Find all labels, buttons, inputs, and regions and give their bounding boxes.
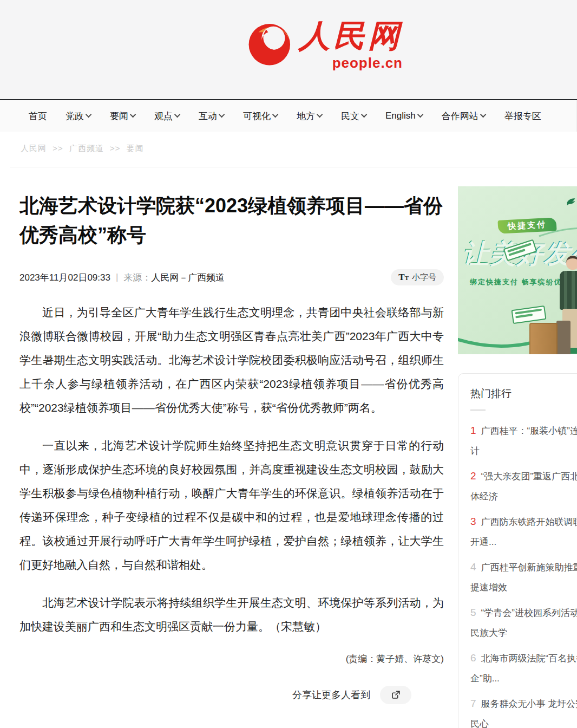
breadcrumb-separator: >>	[53, 144, 63, 153]
bank-logo: 中国邮政储蓄银行 POSTAL SAVINGS BANK OF CHINA	[565, 195, 577, 208]
font-size-icon: TT	[398, 272, 409, 283]
logo-text-en: people.cn	[332, 55, 403, 70]
publish-date: 2023年11月02日09:33	[19, 271, 110, 284]
list-item[interactable]: 5“学青会”进校园系列活动走民族大学	[470, 602, 577, 643]
breadcrumb-section[interactable]: 要闻	[127, 144, 144, 153]
chevron-down-icon	[86, 111, 91, 117]
article-title: 北海艺术设计学院获“2023绿植领养项目——省份优秀高校”称号	[19, 191, 444, 250]
share-label: 分享让更多人看到	[292, 688, 370, 701]
nav-item-guandian[interactable]: 观点	[145, 110, 189, 122]
font-size-button[interactable]: TT 小字号	[391, 269, 444, 285]
source-label: 来源：	[123, 271, 151, 284]
ad-subtitle: 绑定快捷支付 畅享缤纷优惠	[470, 277, 571, 287]
list-item[interactable]: 7服务群众无小事 龙圩公安排忧民心	[470, 693, 577, 728]
chevron-down-icon	[361, 111, 367, 117]
nav-item-keshihua[interactable]: 可视化	[234, 110, 287, 122]
hot-ranking-list: 1广西桂平：“服装小镇”连接计 2“强大亲友团”重返广西北流体经济 3广西防东铁…	[470, 420, 577, 728]
nav-item-minwen[interactable]: 民文	[332, 110, 376, 122]
nav-item-yaowen[interactable]: 要闻	[101, 110, 145, 122]
nav-item-home[interactable]: 首页	[19, 110, 56, 122]
ad-person-graphic	[560, 271, 577, 310]
breadcrumb-home[interactable]: 人民网	[21, 144, 47, 153]
list-item[interactable]: 6北海市两级法院“百名执行干企”助...	[470, 648, 577, 688]
list-item[interactable]: 4广西桂平创新施策助推重大项提速增效	[470, 557, 577, 597]
chevron-down-icon	[317, 111, 323, 117]
site-header: 人民网 people.cn	[0, 0, 577, 99]
chevron-down-icon	[130, 111, 136, 117]
chevron-down-icon	[174, 111, 180, 117]
bank-ad-banner[interactable]: 中国邮政储蓄银行 POSTAL SAVINGS BANK OF CHINA 快捷…	[458, 186, 577, 354]
hot-ranking-underline	[470, 410, 486, 411]
external-link-icon	[391, 690, 401, 700]
article-meta: 2023年11月02日09:33 | 来源： 人民网－广西频道 TT 小字号	[19, 269, 444, 285]
nav-item-english[interactable]: English	[376, 110, 432, 121]
chevron-down-icon	[480, 111, 486, 117]
people-cn-logo-icon	[247, 21, 293, 67]
chevron-down-icon	[272, 111, 278, 117]
main-nav: 首页 党政 要闻 观点 互动 可视化 地方 民文 English 合作网站 举报…	[0, 99, 577, 132]
nav-item-hudong[interactable]: 互动	[189, 110, 234, 122]
share-button[interactable]	[380, 686, 411, 704]
list-item[interactable]: 1广西桂平：“服装小镇”连接计	[470, 420, 577, 461]
article: 北海艺术设计学院获“2023绿植领养项目——省份优秀高校”称号 2023年11月…	[19, 167, 444, 704]
paragraph: 一直以来，北海艺术设计学院师生始终坚持把生态文明意识贯穿于日常的行动中，逐渐形成…	[19, 434, 444, 577]
paragraph: 近日，为引导全区广大青年学生践行生态文明理念，共青团中央社会联络部与新浪微博联合…	[19, 301, 444, 420]
ad-person-graphic	[566, 256, 577, 270]
article-body: 近日，为引导全区广大青年学生践行生态文明理念，共青团中央社会联络部与新浪微博联合…	[19, 301, 444, 639]
ad-suitcase-graphic	[556, 321, 571, 354]
chevron-down-icon	[417, 111, 423, 117]
breadcrumb-separator: >>	[110, 144, 121, 153]
nav-item-hezuowangzhan[interactable]: 合作网站	[432, 110, 495, 122]
hot-ranking-panel: 热门排行 1广西桂平：“服装小镇”连接计 2“强大亲友团”重返广西北流体经济 3…	[458, 373, 577, 728]
list-item[interactable]: 3广西防东铁路开始联调联试 预开通...	[470, 511, 577, 552]
site-logo[interactable]: 人民网 people.cn	[0, 16, 577, 70]
breadcrumb: 人民网 >> 广西频道 >> 要闻	[21, 144, 577, 154]
breadcrumb-channel[interactable]: 广西频道	[69, 144, 104, 153]
ad-suitcase-graphic	[529, 323, 558, 354]
font-size-label: 小字号	[412, 272, 436, 283]
page: 人民网 people.cn 首页 党政 要闻 观点 互动 可视化 地方 民文 E…	[0, 0, 577, 728]
nav-item-dangzheng[interactable]: 党政	[56, 110, 101, 122]
list-item[interactable]: 2“强大亲友团”重返广西北流体经济	[470, 466, 577, 506]
sidebar: 中国邮政储蓄银行 POSTAL SAVINGS BANK OF CHINA 快捷…	[458, 167, 577, 728]
nav-item-jubaozhuanqu[interactable]: 举报专区	[495, 110, 550, 122]
logo-text-cn: 人民网	[299, 16, 403, 55]
source-link[interactable]: 人民网－广西频道	[151, 271, 225, 284]
nav-item-difang[interactable]: 地方	[287, 110, 332, 122]
editor-credit: (责编：黄子婧、许荩文)	[19, 653, 444, 665]
share-section: 分享让更多人看到	[19, 686, 444, 704]
bank-logo-icon	[565, 196, 577, 207]
paragraph: 北海艺术设计学院表示将持续组织学生开展生态文明、环境保护等系列活动，为加快建设美…	[19, 591, 444, 639]
chevron-down-icon	[219, 111, 225, 117]
hot-ranking-title: 热门排行	[470, 387, 577, 401]
